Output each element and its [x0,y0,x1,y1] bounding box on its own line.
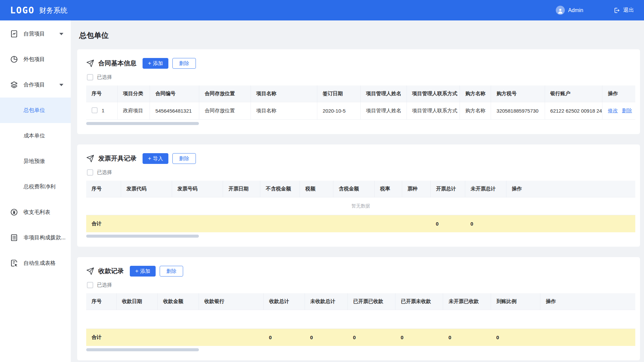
page-title: 总包单位 [79,31,640,41]
plus-icon: + [148,60,151,67]
sidebar-item-total-tax-profit[interactable]: 总税费和净利 [0,174,71,199]
selected-label: 已选择 [97,169,112,176]
column-header: 项目管理人姓名 [361,85,407,102]
import-button[interactable]: +导入 [143,153,168,164]
column-header: 票种 [402,181,430,197]
empty-text: 暂无数据 [86,197,635,215]
column-header: 发票代码 [121,181,172,197]
plus-icon: + [135,268,139,275]
sidebar-item-label: 自动生成表格 [23,260,56,267]
delete-link[interactable]: 删除 [622,108,632,113]
add-button[interactable]: +添加 [130,266,156,277]
user-menu[interactable]: Admin [556,6,583,15]
sidebar-item-cost-unit[interactable]: 成本单位 [0,123,71,148]
table-cell: 合同存放位置 [199,102,251,120]
column-header: 操作 [506,181,635,197]
column-header: 开票日期 [223,181,260,197]
sidebar-item-label: 异地预缴 [23,158,45,165]
delete-button[interactable]: 删除 [172,153,196,164]
column-header: 已开票未收款 [395,293,443,310]
edit-link[interactable]: 修改 [608,108,618,113]
total-cell [402,215,430,233]
column-header: 签订日期 [317,85,360,102]
column-header: 购方名称 [460,85,491,102]
select-all-checkbox[interactable] [87,169,93,176]
sidebar-item-self-projects[interactable]: 自营项目 [0,21,71,47]
total-cell [223,215,260,233]
panel-header: 发票开具记录 +导入 删除 [86,153,635,164]
blank-row [86,310,635,329]
sidebar-item-outsource-projects[interactable]: 外包项目 [0,47,71,72]
column-header: 开票总计 [430,181,465,197]
selected-label: 已选择 [97,74,112,80]
horizontal-scrollbar [86,348,635,352]
total-cell [506,215,635,233]
column-header: 操作 [602,85,635,102]
username: Admin [568,7,583,13]
invoice-records-panel: 发票开具记录 +导入 删除 已选择 序号发票代码发票号码开票日期不含税金额税额含… [77,144,640,247]
sidebar-item-label: 外包项目 [23,56,45,63]
column-header: 操作 [540,293,635,310]
delete-button[interactable]: 删除 [172,58,196,69]
sidebar-item-coop-projects[interactable]: 合作项目 [0,72,71,98]
total-cell [158,329,199,346]
total-cell [116,329,158,346]
column-header: 税额 [300,181,333,197]
scrollbar-thumb[interactable] [86,348,199,351]
sidebar-item-remote-prepay[interactable]: 异地预缴 [0,148,71,174]
table-cell: 1 [86,102,117,120]
column-header: 收款金额 [158,293,199,310]
table-cell: 5456456481321 [150,102,199,120]
sidebar-item-general-contractor[interactable]: 总包单位 [0,98,71,123]
delete-button[interactable]: 删除 [160,266,183,277]
column-header: 序号 [86,181,121,197]
column-header: 发票号码 [172,181,223,197]
column-header: 税率 [374,181,402,197]
column-header: 项目名称 [251,85,317,102]
total-cell [121,215,172,233]
invoice-table: 序号发票代码发票号码开票日期不含税金额税额含税金额税率票种开票总计未开票总计操作… [86,181,635,232]
panel-title: 合同基本信息 [98,59,137,68]
scrollbar-thumb[interactable] [86,235,199,238]
table-cell: 62122 62502 00918 2455 [545,102,602,120]
sidebar-item-auto-tables[interactable]: 自动生成表格 [0,250,71,276]
sidebar-item-label: 自营项目 [23,31,45,38]
column-header: 项目管理人联系方式 [407,85,460,102]
payment-table: 序号收款日期收款金额收款银行收款总计未收款总计已开票已收款已开票未收款未开票已收… [86,293,635,346]
send-icon [86,155,94,163]
scrollbar-thumb[interactable] [86,122,199,125]
column-header: 购方税号 [491,85,545,102]
horizontal-scrollbar [86,122,635,125]
sidebar-item-income-expense[interactable]: 收支毛利表 [0,199,71,225]
list-icon [10,234,18,242]
send-icon [86,59,94,67]
column-header: 项目分类 [117,85,150,102]
sidebar-item-label: 收支毛利表 [23,209,50,216]
column-header: 到账比例 [491,293,540,310]
sidebar-item-non-project-funds[interactable]: 非项目构成拨款... [0,225,71,250]
contract-table: 序号项目分类合同编号合同存放位置项目名称签订日期项目管理人姓名项目管理人联系方式… [86,85,635,120]
main-content: 总包单位 合同基本信息 +添加 删除 已选择 序号项目分类合同编号合同存放位置项… [71,20,644,362]
select-all-row: 已选择 [87,169,635,176]
sidebar-item-label: 非项目构成拨款... [23,234,65,241]
total-cell: 合计 [86,215,121,233]
total-cell [300,215,333,233]
document-icon [10,30,18,38]
total-cell [540,329,635,346]
selected-label: 已选择 [97,282,112,288]
yen-icon [10,208,18,216]
panel-header: 合同基本信息 +添加 删除 [86,58,635,69]
panel-title: 发票开具记录 [98,154,137,163]
row-checkbox[interactable] [92,107,98,113]
select-all-checkbox[interactable] [87,74,93,80]
contract-info-panel: 合同基本信息 +添加 删除 已选择 序号项目分类合同编号合同存放位置项目名称签订… [77,49,640,134]
select-all-checkbox[interactable] [87,282,93,288]
logout-button[interactable]: 退出 [613,7,634,14]
plus-icon: + [148,155,151,162]
logout-icon [613,7,620,14]
column-header: 未开票总计 [465,181,506,197]
add-button[interactable]: +添加 [143,58,168,69]
total-cell: 0 [305,329,347,346]
total-cell [333,215,375,233]
total-cell: 0 [465,215,506,233]
